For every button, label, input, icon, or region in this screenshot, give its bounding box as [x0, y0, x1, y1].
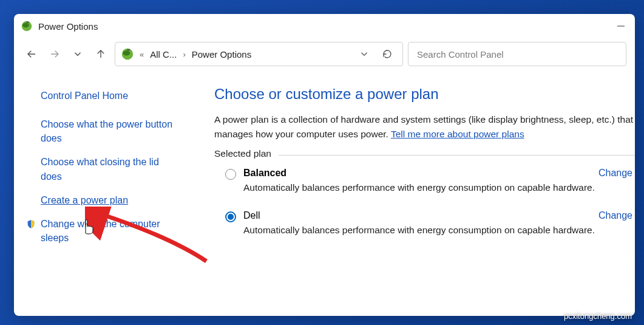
main-panel: Choose or customize a power plan A power…	[202, 75, 635, 316]
plan-name-dell[interactable]: Dell	[243, 210, 260, 221]
uac-shield-icon	[26, 219, 36, 229]
plan-row-dell: Dell Change	[214, 210, 635, 222]
recent-dropdown-button[interactable]	[69, 45, 87, 63]
page-description: A power plan is a collection of hardware…	[214, 112, 635, 142]
forward-button[interactable]	[46, 45, 64, 63]
sidebar-link-power-button[interactable]: Choose what the power button does	[41, 117, 180, 145]
sidebar-link-sleep[interactable]: Change when the computer sleeps	[41, 217, 180, 245]
sidebar-link-close-lid[interactable]: Choose what closing the lid does	[41, 155, 180, 183]
page-heading: Choose or customize a power plan	[214, 86, 635, 103]
watermark-url: pcxitongcheng.com	[559, 312, 632, 321]
sidebar: Control Panel Home Choose what the power…	[14, 75, 202, 316]
plan-desc-balanced: Automatically balances performance with …	[214, 182, 635, 193]
sidebar-link-create-plan[interactable]: Create a power plan	[41, 193, 180, 207]
plan-row-balanced: Balanced Change	[214, 168, 635, 180]
navigation-toolbar: « All C... › Power Options	[14, 38, 635, 75]
breadcrumb-prefix-icon: «	[137, 50, 146, 59]
search-input[interactable]	[417, 49, 617, 60]
sidebar-home-link[interactable]: Control Panel Home	[41, 91, 190, 101]
learn-more-link[interactable]: Tell me more about power plans	[391, 129, 524, 139]
plan-radio-balanced[interactable]	[225, 169, 236, 180]
sidebar-row-sleep: Change when the computer sleeps	[41, 217, 190, 245]
svg-rect-9	[127, 49, 130, 51]
plan-radio-dell[interactable]	[225, 211, 236, 222]
back-button[interactable]	[22, 45, 41, 63]
power-options-icon	[21, 21, 32, 32]
titlebar: Power Options	[14, 14, 635, 38]
svg-rect-2	[26, 22, 29, 23]
minimize-button[interactable]	[607, 14, 635, 38]
selected-plan-legend: Selected plan	[214, 148, 279, 159]
svg-point-8	[123, 50, 130, 55]
address-dropdown-button[interactable]	[354, 45, 375, 63]
control-panel-window: Power Options « All C... › Power Options	[14, 14, 635, 316]
breadcrumb-current[interactable]: Power Options	[189, 49, 254, 60]
watermark: 电脑系统城 pcxitongcheng.com	[559, 292, 632, 321]
watermark-cn: 电脑系统城	[559, 292, 632, 312]
refresh-button[interactable]	[377, 45, 398, 63]
up-button[interactable]	[92, 45, 110, 63]
breadcrumb-parent[interactable]: All C...	[147, 49, 179, 60]
plan-name-balanced[interactable]: Balanced	[243, 168, 286, 179]
chevron-right-icon[interactable]: ›	[180, 50, 188, 59]
window-title: Power Options	[38, 21, 98, 32]
address-bar[interactable]: « All C... › Power Options	[115, 42, 403, 66]
search-bar[interactable]	[408, 42, 626, 66]
change-plan-link-dell[interactable]: Change	[598, 210, 635, 221]
power-options-icon	[121, 48, 134, 60]
plan-desc-dell: Automatically balances performance with …	[214, 225, 635, 236]
svg-point-1	[22, 23, 29, 28]
content-area: Control Panel Home Choose what the power…	[14, 75, 635, 316]
change-plan-link-balanced[interactable]: Change	[598, 168, 635, 179]
selected-plan-group: Selected plan Balanced Change Automatica…	[214, 155, 635, 236]
